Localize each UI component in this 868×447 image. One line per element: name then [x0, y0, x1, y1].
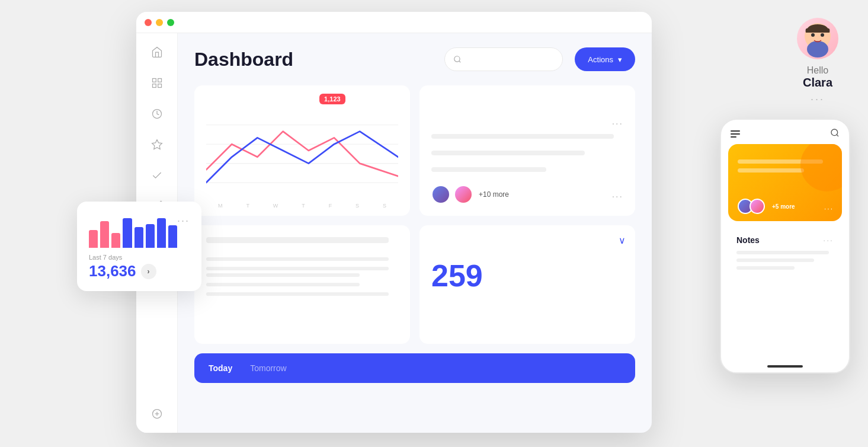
bar-3: [111, 233, 120, 248]
bar-2: [100, 221, 109, 248]
list-title: [206, 237, 389, 243]
big-number: 259: [431, 260, 483, 291]
more-members: +10 more: [479, 190, 509, 199]
dot-red[interactable]: [145, 19, 152, 26]
dot-yellow[interactable]: [156, 19, 163, 26]
mobile-hamburger-icon[interactable]: [731, 130, 740, 138]
skeleton-1: [431, 134, 614, 139]
svg-point-18: [821, 33, 824, 37]
svg-rect-1: [158, 79, 161, 82]
main-content: Dashboard Actions ▾ 1,123: [178, 33, 652, 433]
stats-menu[interactable]: ...: [177, 212, 190, 225]
svg-point-16: [807, 41, 828, 58]
svg-rect-0: [152, 79, 156, 82]
user-avatar-image: [800, 20, 835, 58]
mobile-home-indicator: [767, 365, 803, 368]
bar-1: [89, 230, 98, 248]
list-item-2: [206, 267, 398, 277]
yellow-blob: [800, 144, 842, 191]
user-avatar: [797, 18, 838, 59]
team-card-menu[interactable]: ...: [431, 116, 623, 127]
notes-line-3: [736, 266, 795, 270]
sidebar-item-clock[interactable]: [150, 107, 164, 121]
dropdown-arrow[interactable]: ∨: [619, 235, 626, 246]
list-item-1: [206, 257, 398, 261]
svg-rect-3: [152, 84, 156, 88]
user-dots-menu[interactable]: ···: [811, 93, 825, 106]
number-card: ∨ 259: [419, 225, 635, 344]
mobile-more-count: +5 more: [772, 203, 795, 210]
mobile-avatars: +5 more: [738, 199, 795, 214]
bar-7: [157, 218, 166, 248]
mobile-yellow-dots[interactable]: ···: [824, 205, 834, 213]
stats-number: 13,636 ›: [89, 262, 190, 280]
dot-green[interactable]: [167, 19, 174, 26]
chart-svg: [206, 103, 398, 198]
mobile-header: [721, 120, 849, 144]
desktop-window: Dashboard Actions ▾ 1,123: [136, 12, 652, 433]
bar-8: [168, 225, 177, 248]
sidebar-item-star[interactable]: [150, 138, 164, 152]
svg-marker-5: [152, 140, 162, 149]
bar-4: [123, 218, 132, 248]
svg-rect-2: [158, 84, 161, 88]
search-icon: [453, 55, 462, 63]
mobile-mockup: +5 more ··· Notes ···: [720, 119, 850, 373]
stats-label: Last 7 days: [89, 254, 190, 261]
mobile-search-icon[interactable]: [830, 128, 840, 139]
yellow-card: +5 more ···: [728, 144, 842, 221]
svg-point-17: [811, 33, 815, 37]
list-card: [194, 225, 410, 344]
notes-line-1: [736, 251, 829, 254]
bar-5: [134, 227, 143, 248]
sidebar-item-grid[interactable]: [150, 76, 164, 90]
header: Dashboard Actions ▾: [194, 47, 635, 71]
greeting-text: Hello: [807, 65, 828, 76]
tab-today[interactable]: Today: [209, 363, 232, 373]
page-title: Dashboard: [194, 49, 433, 71]
avatar-2: [454, 185, 473, 204]
chart-card: 1,123 M T W T F: [194, 85, 410, 216]
notes-section: Notes ···: [728, 228, 842, 281]
tab-tomorrow[interactable]: Tomorrow: [250, 363, 286, 373]
chart-x-labels: M T W T F S S: [206, 203, 398, 209]
notes-header: Notes ···: [736, 235, 834, 245]
action-button[interactable]: Actions ▾: [575, 47, 635, 71]
stats-chevron[interactable]: ›: [141, 264, 156, 279]
sidebar-item-add[interactable]: [150, 407, 164, 421]
notes-dots-menu[interactable]: ···: [823, 235, 834, 245]
mini-avatar-2: [750, 199, 765, 214]
greeting-name: Clara: [803, 76, 832, 90]
user-panel: Hello Clara ···: [797, 18, 838, 106]
today-bar: Today Tomorrow: [194, 353, 635, 383]
bar-6: [146, 224, 155, 248]
sidebar-item-check[interactable]: [150, 168, 164, 183]
bar-chart: [89, 218, 177, 248]
team-extra-menu[interactable]: ...: [612, 189, 623, 200]
window-title-bar: [136, 12, 652, 33]
yellow-line-2: [738, 168, 804, 173]
skeleton-3: [431, 167, 546, 172]
avatar-1: [431, 185, 450, 204]
skeleton-2: [431, 151, 585, 155]
svg-point-19: [831, 129, 838, 136]
notes-line-2: [736, 258, 814, 262]
svg-point-9: [454, 56, 460, 62]
svg-line-10: [459, 61, 461, 63]
notes-title: Notes: [736, 235, 760, 245]
chart-tooltip: 1,123: [319, 94, 345, 104]
team-card: ... +10 more ...: [419, 85, 635, 216]
cards-grid: 1,123 M T W T F: [194, 85, 635, 383]
sidebar-item-home[interactable]: [150, 45, 164, 59]
list-item-3: [206, 283, 398, 286]
list-item-4: [206, 292, 398, 296]
team-avatars: +10 more ...: [431, 185, 623, 204]
svg-line-20: [837, 135, 838, 136]
floating-stats-card: ... Last 7 days 13,636 ›: [77, 202, 201, 291]
search-bar[interactable]: [444, 47, 563, 71]
